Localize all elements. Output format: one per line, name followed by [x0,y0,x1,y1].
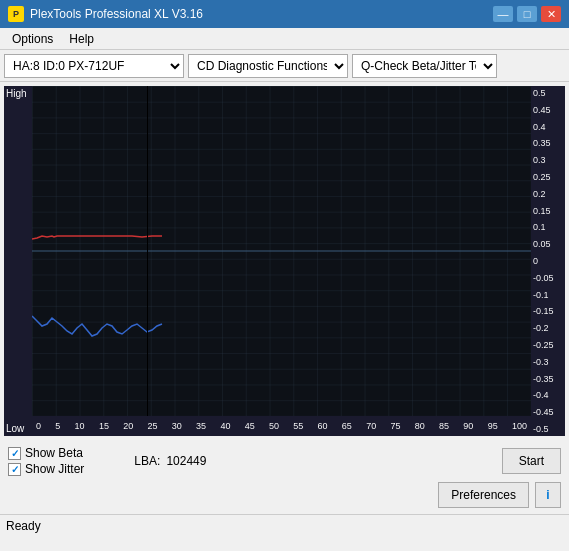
show-beta-row: Show Beta [8,446,84,460]
x-axis: 0 5 10 15 20 25 30 35 40 45 50 55 60 65 … [32,416,531,436]
bottom-panel: Show Beta Show Jitter LBA: 102449 Start … [0,440,569,514]
lba-label: LBA: [134,454,160,468]
title-controls: — □ ✕ [493,6,561,22]
show-jitter-checkbox[interactable] [8,463,21,476]
maximize-button[interactable]: □ [517,6,537,22]
show-beta-checkbox[interactable] [8,447,21,460]
title-left: P PlexTools Professional XL V3.16 [8,6,203,22]
chart-plot [32,86,531,416]
title-bar: P PlexTools Professional XL V3.16 — □ ✕ [0,0,569,28]
minimize-button[interactable]: — [493,6,513,22]
info-icon: i [546,488,549,502]
status-text: Ready [6,519,41,533]
app-title: PlexTools Professional XL V3.16 [30,7,203,21]
bottom-row1: Show Beta Show Jitter LBA: 102449 Start [8,446,561,476]
vertical-line [147,86,148,416]
app-icon: P [8,6,24,22]
status-bar: Ready [0,514,569,536]
info-button[interactable]: i [535,482,561,508]
menu-help[interactable]: Help [61,30,102,48]
y-axis-left: High Low [6,86,34,436]
test-select[interactable]: Q-Check Beta/Jitter Test [352,54,497,78]
chart-svg [32,86,531,416]
lba-value: 102449 [166,454,206,468]
drive-select[interactable]: HA:8 ID:0 PX-712UF [4,54,184,78]
y-axis-right: 0.5 0.45 0.4 0.35 0.3 0.25 0.2 0.15 0.1 … [531,86,565,436]
checks-lba: Show Beta Show Jitter LBA: 102449 [8,446,206,476]
lba-area: LBA: 102449 [134,454,206,468]
toolbar: HA:8 ID:0 PX-712UF CD Diagnostic Functio… [0,50,569,82]
show-beta-label: Show Beta [25,446,83,460]
bottom-row2: Preferences i [8,482,561,508]
menu-bar: Options Help [0,28,569,50]
start-button[interactable]: Start [502,448,561,474]
y-label-high: High [6,88,34,99]
preferences-button[interactable]: Preferences [438,482,529,508]
function-select[interactable]: CD Diagnostic Functions [188,54,348,78]
show-jitter-label: Show Jitter [25,462,84,476]
chart-container: High Low [4,86,565,436]
close-button[interactable]: ✕ [541,6,561,22]
show-jitter-row: Show Jitter [8,462,84,476]
y-label-low: Low [6,423,34,434]
menu-options[interactable]: Options [4,30,61,48]
checkboxes: Show Beta Show Jitter [8,446,84,476]
